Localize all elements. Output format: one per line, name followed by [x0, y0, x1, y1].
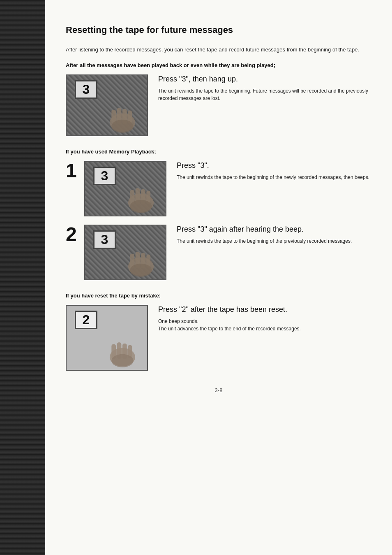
section1-text: Press "3", then hang up. The unit rewind… [158, 74, 371, 102]
section1-image: 3 [66, 74, 148, 136]
step1-hand-icon [118, 183, 164, 216]
step2-key: 3 [93, 230, 116, 249]
step1-text: Press "3". The unit rewinds the tape to … [177, 161, 371, 181]
step2-action-desc: The unit rewinds the tape to the beginni… [177, 237, 371, 245]
step2-hand-icon [118, 246, 164, 279]
svg-point-5 [111, 119, 133, 132]
svg-point-23 [111, 354, 133, 367]
section3-action-desc-line2: The unit advances the tape to the end of… [158, 325, 371, 332]
step1-block: 1 3 Press "3" [66, 161, 371, 216]
section3-image: 2 [66, 305, 148, 371]
step1-image-inner: 3 [85, 162, 166, 216]
svg-point-17 [130, 263, 152, 276]
step1-key: 3 [93, 167, 116, 185]
step2-image-inner: 3 [85, 225, 166, 279]
page: Resetting the tape for future messages A… [0, 0, 392, 555]
step2-number: 2 [66, 225, 78, 244]
step2-image: 3 [84, 225, 166, 280]
section3-heading: If you have reset the tape by mistake; [66, 293, 371, 299]
border-texture [0, 0, 45, 555]
section3-action-title: Press "2" after the tape has been reset. [158, 305, 371, 314]
svg-point-11 [130, 200, 152, 213]
section1-heading: After all the messages have been played … [66, 62, 371, 68]
section3-key: 2 [75, 311, 97, 329]
section3-action-desc-line1: One beep sounds. [158, 318, 371, 325]
left-border [0, 0, 45, 555]
step1-action-title: Press "3". [177, 161, 371, 170]
section1: After all the messages have been played … [66, 62, 371, 136]
section1-action-desc: The unit rewinds the tape to the beginni… [158, 87, 371, 102]
section1-hand-icon [100, 102, 145, 135]
section1-key: 3 [75, 80, 97, 99]
section2: If you have used Memory Playback; 1 3 [66, 149, 371, 280]
section3-hand-icon [100, 337, 145, 370]
section2-heading: If you have used Memory Playback; [66, 149, 371, 155]
step1-action-desc: The unit rewinds the tape to the beginni… [177, 174, 371, 181]
section3: If you have reset the tape by mistake; 2 [66, 293, 371, 371]
section3-image-inner: 2 [67, 306, 147, 370]
intro-text: After listening to the recorded messages… [66, 46, 371, 54]
section1-block: 3 Press "3", then hang up. [66, 74, 371, 136]
step2-action-title: Press "3" again after hearing the beep. [177, 225, 371, 234]
section3-block: 2 Press "2" after the tape has b [66, 305, 371, 371]
main-content: Resetting the tape for future messages A… [45, 0, 392, 555]
section1-action-title: Press "3", then hang up. [158, 74, 371, 84]
step1-image: 3 [84, 161, 166, 216]
step2-text: Press "3" again after hearing the beep. … [177, 225, 371, 245]
page-number: 3-8 [66, 387, 371, 393]
section3-text: Press "2" after the tape has been reset.… [158, 305, 371, 332]
step1-number: 1 [66, 161, 78, 181]
section1-image-inner: 3 [67, 75, 147, 135]
page-title: Resetting the tape for future messages [66, 25, 371, 35]
step2-block: 2 3 [66, 225, 371, 280]
